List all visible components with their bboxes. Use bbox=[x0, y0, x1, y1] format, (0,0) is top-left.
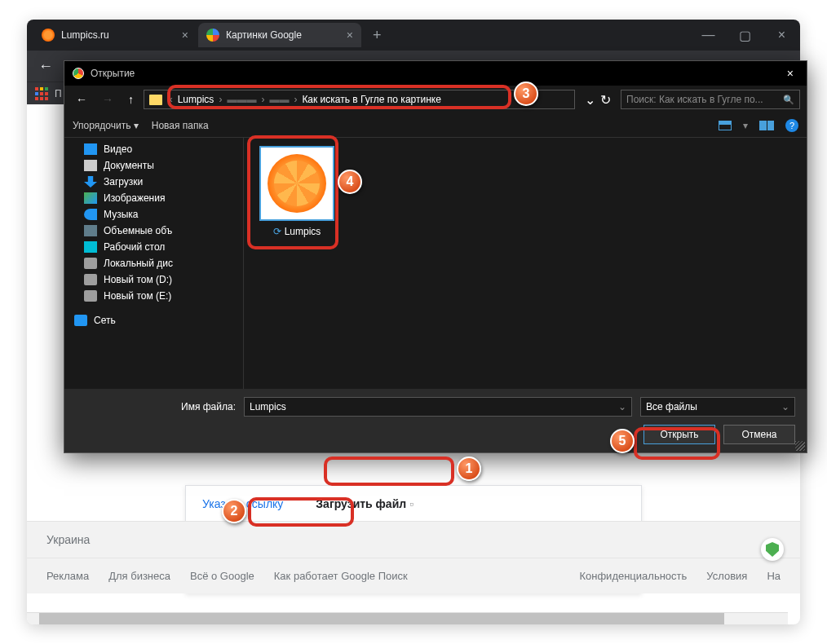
sidebar: Видео Документы Загрузки Изображения Муз… bbox=[64, 138, 244, 389]
desktop-icon bbox=[84, 241, 97, 253]
disk-icon bbox=[84, 274, 97, 285]
shield-icon[interactable] bbox=[761, 538, 784, 561]
refresh-button[interactable]: ↻ bbox=[600, 92, 611, 108]
dialog-body: Видео Документы Загрузки Изображения Муз… bbox=[64, 138, 807, 389]
disk-icon bbox=[84, 290, 97, 302]
new-tab-button[interactable]: + bbox=[363, 27, 391, 44]
network-icon bbox=[74, 315, 87, 326]
favicon-icon bbox=[206, 29, 219, 42]
tab-google-images[interactable]: Картинки Google × bbox=[198, 23, 361, 47]
back-button[interactable]: ← bbox=[35, 55, 56, 78]
close-button[interactable]: × bbox=[763, 20, 800, 51]
tab-upload-file[interactable]: Загрузить файл ▫ bbox=[299, 486, 430, 524]
sidebar-item-3d[interactable]: Объемные объ bbox=[64, 223, 243, 239]
help-icon[interactable]: ? bbox=[785, 119, 798, 132]
file-item[interactable]: ⟳Lumpics bbox=[252, 146, 342, 237]
sidebar-item-drive-e[interactable]: Новый том (E:) bbox=[64, 288, 243, 304]
file-thumbnail bbox=[259, 146, 334, 221]
open-button[interactable]: Открыть bbox=[643, 425, 715, 444]
tab-bar: Lumpics.ru × Картинки Google × + — ▢ × bbox=[27, 20, 800, 51]
music-icon bbox=[84, 209, 97, 220]
filename-label: Имя файла: bbox=[76, 401, 236, 412]
marker-3: 3 bbox=[514, 82, 538, 106]
minimize-button[interactable]: — bbox=[690, 20, 727, 51]
footer-links: Реклама Для бизнеса Всё о Google Как раб… bbox=[27, 558, 800, 593]
view-icon[interactable] bbox=[719, 121, 732, 130]
google-page: Указать ссылку Загрузить файл ▫ Выберите… bbox=[27, 485, 800, 593]
sidebar-item-video[interactable]: Видео bbox=[64, 141, 243, 157]
video-icon bbox=[84, 143, 97, 155]
sidebar-item-documents[interactable]: Документы bbox=[64, 157, 243, 174]
breadcrumb-folder[interactable]: Как искать в Гугле по картинке bbox=[302, 94, 440, 105]
sidebar-item-network[interactable]: Сеть bbox=[64, 312, 243, 329]
marker-2: 2 bbox=[222, 499, 246, 523]
dialog-close-button[interactable]: × bbox=[782, 67, 798, 80]
dialog-title: Открытие bbox=[91, 68, 135, 79]
sync-icon: ⟳ bbox=[273, 226, 281, 237]
link-terms[interactable]: Условия bbox=[706, 570, 747, 582]
orange-logo-icon bbox=[268, 154, 326, 213]
link-how[interactable]: Как работает Google Поиск bbox=[274, 570, 408, 582]
new-folder-button[interactable]: Новая папка bbox=[152, 120, 209, 131]
nav-forward-button[interactable]: → bbox=[97, 93, 118, 106]
sidebar-item-desktop[interactable]: Рабочий стол bbox=[64, 239, 243, 255]
dialog-titlebar: Открытие × bbox=[64, 61, 807, 86]
dialog-toolbar: Упорядочить ▾ Новая папка ▾ ? bbox=[64, 113, 807, 138]
search-input[interactable]: Поиск: Как искать в Гугле по... bbox=[621, 90, 800, 109]
cancel-button[interactable]: Отмена bbox=[723, 425, 795, 444]
bookmark-label[interactable]: П bbox=[55, 88, 62, 99]
window-controls: — ▢ × bbox=[690, 20, 800, 51]
google-footer: Украина Реклама Для бизнеса Всё о Google… bbox=[27, 521, 800, 593]
nav-back-button[interactable]: ← bbox=[71, 93, 92, 106]
close-icon[interactable]: × bbox=[347, 29, 353, 42]
tab-title: Lumpics.ru bbox=[61, 29, 109, 41]
sidebar-item-images[interactable]: Изображения bbox=[64, 190, 243, 206]
cube-icon bbox=[84, 225, 97, 236]
tab-upload-label: Загрузить файл bbox=[316, 497, 406, 510]
horizontal-scrollbar[interactable] bbox=[27, 612, 788, 624]
marker-4: 4 bbox=[338, 170, 362, 194]
sidebar-item-downloads[interactable]: Загрузки bbox=[64, 174, 243, 190]
link-privacy[interactable]: Конфиденциальность bbox=[579, 570, 687, 582]
link-business[interactable]: Для бизнеса bbox=[108, 570, 170, 582]
link-ads[interactable]: Реклама bbox=[46, 570, 89, 582]
favicon-icon bbox=[42, 29, 55, 42]
link-about[interactable]: Всё о Google bbox=[190, 570, 254, 582]
file-open-dialog: Открытие × ← → ↑ « Lumpics › ▬▬▬ › ▬▬ › … bbox=[64, 60, 807, 453]
filetype-select[interactable]: Все файлы⌄ bbox=[640, 397, 795, 417]
filename-input[interactable]: Lumpics⌄ bbox=[244, 397, 632, 417]
sidebar-item-drive-d[interactable]: Новый том (D:) bbox=[64, 271, 243, 288]
close-icon[interactable]: × bbox=[182, 29, 188, 42]
sidebar-item-local-disk[interactable]: Локальный дис bbox=[64, 255, 243, 271]
marker-5: 5 bbox=[610, 429, 635, 453]
chevron-down-icon[interactable]: ⌄ bbox=[585, 92, 595, 108]
resize-grip[interactable] bbox=[795, 441, 805, 451]
folder-icon bbox=[149, 95, 162, 105]
maximize-button[interactable]: ▢ bbox=[727, 20, 763, 51]
image-icon bbox=[84, 192, 97, 204]
dialog-footer: Имя файла: Lumpics⌄ Все файлы⌄ Открыть О… bbox=[64, 389, 807, 452]
tab-title: Картинки Google bbox=[226, 29, 302, 41]
apps-icon[interactable] bbox=[35, 87, 48, 100]
breadcrumb[interactable]: « Lumpics › ▬▬▬ › ▬▬ › Как искать в Гугл… bbox=[144, 90, 575, 109]
file-list[interactable]: ⟳Lumpics bbox=[244, 138, 807, 389]
organize-menu[interactable]: Упорядочить ▾ bbox=[73, 120, 139, 131]
marker-1: 1 bbox=[457, 457, 481, 481]
document-icon bbox=[84, 160, 97, 171]
chrome-icon bbox=[73, 68, 84, 79]
footer-country: Украина bbox=[27, 521, 800, 558]
pane-icon[interactable] bbox=[759, 121, 774, 130]
sidebar-item-music[interactable]: Музыка bbox=[64, 206, 243, 223]
dialog-nav: ← → ↑ « Lumpics › ▬▬▬ › ▬▬ › Как искать … bbox=[64, 86, 807, 113]
file-name: ⟳Lumpics bbox=[252, 226, 342, 237]
breadcrumb-root[interactable]: Lumpics bbox=[178, 94, 214, 105]
nav-up-button[interactable]: ↑ bbox=[123, 93, 139, 106]
link-settings[interactable]: На bbox=[767, 570, 781, 582]
tab-lumpics[interactable]: Lumpics.ru × bbox=[33, 23, 197, 47]
disk-icon bbox=[84, 258, 97, 269]
upload-tabs: Указать ссылку Загрузить файл ▫ bbox=[186, 486, 641, 525]
download-icon bbox=[84, 176, 97, 187]
